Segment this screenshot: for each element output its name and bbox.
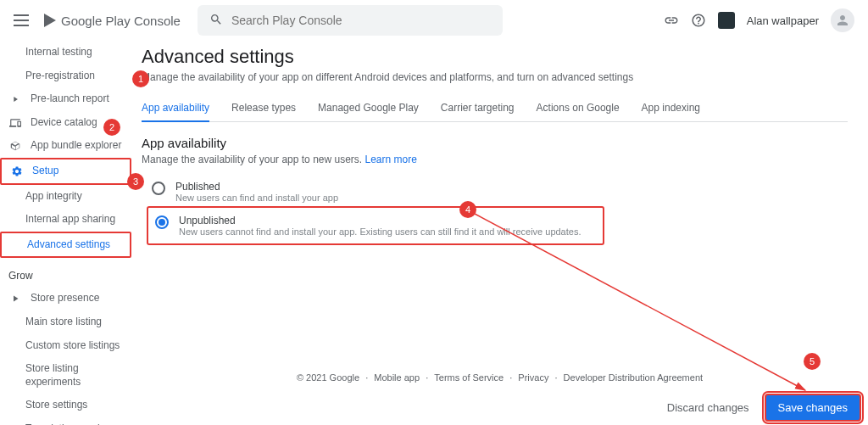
hamburger-icon[interactable] <box>14 10 34 31</box>
learn-more-link[interactable]: Learn more <box>365 154 417 165</box>
play-console-icon <box>44 14 56 27</box>
sidebar-item-advanced-settings[interactable]: Advanced settings <box>0 232 131 259</box>
sidebar-heading-grow: Grow <box>0 258 131 287</box>
radio-icon <box>155 215 169 229</box>
radio-sublabel: New users cannot find and install your a… <box>179 226 581 237</box>
footer-copyright: © 2021 Google <box>297 372 359 383</box>
tab-app-indexing[interactable]: App indexing <box>642 95 700 121</box>
save-button[interactable]: Save changes <box>765 394 861 422</box>
main-content: Advanced settings Manage the availabilit… <box>131 41 868 425</box>
avatar[interactable] <box>831 8 854 32</box>
search-icon <box>209 13 223 29</box>
radio-group: Published New users can find and install… <box>147 177 848 245</box>
footer-link-privacy[interactable]: Privacy <box>518 372 548 383</box>
help-icon[interactable] <box>691 13 706 28</box>
bottom-action-bar: Discard changes Save changes <box>659 394 861 422</box>
sidebar-item-store-settings[interactable]: Store settings <box>0 394 131 417</box>
sidebar-item-pre-registration[interactable]: Pre-registration <box>0 64 131 88</box>
tab-app-availability[interactable]: App availability <box>142 95 209 122</box>
play-icon <box>8 294 22 304</box>
sidebar-item-translation-service[interactable]: Translation service <box>0 417 131 425</box>
radio-label: Published <box>175 181 338 193</box>
tab-release-types[interactable]: Release types <box>231 95 296 121</box>
section-title: App availability <box>142 136 848 150</box>
sidebar: Internal testing Pre-registration Pre-la… <box>0 41 131 425</box>
logo-text: Google Play Console <box>61 14 181 28</box>
tabs: App availability Release types Managed G… <box>142 95 848 122</box>
link-icon[interactable] <box>664 13 679 28</box>
top-right: Alan wallpaper <box>664 8 854 32</box>
tab-actions-on-google[interactable]: Actions on Google <box>537 95 620 121</box>
section-description: Manage the availability of your app to n… <box>142 154 848 165</box>
page-subtitle: Manage the availability of your app on d… <box>142 71 848 83</box>
app-chip-icon[interactable] <box>718 12 735 29</box>
annotation-badge-5: 5 <box>804 353 821 370</box>
annotation-badge-3: 3 <box>127 173 144 190</box>
top-bar: Google Play Console Alan wallpaper <box>0 0 868 41</box>
sidebar-item-pre-launch-report[interactable]: Pre-launch report <box>0 87 131 111</box>
sidebar-item-setup[interactable]: Setup <box>0 158 131 185</box>
sidebar-item-main-store-listing[interactable]: Main store listing <box>0 310 131 334</box>
annotation-badge-1: 1 <box>132 70 149 87</box>
footer-link-dda[interactable]: Developer Distribution Agreement <box>564 372 703 383</box>
radio-unpublished[interactable]: Unpublished New users cannot find and in… <box>147 206 604 245</box>
search-box[interactable] <box>198 5 503 36</box>
sidebar-item-store-listing-experiments[interactable]: Store listing experiments <box>0 357 131 394</box>
logo[interactable]: Google Play Console <box>44 14 181 28</box>
radio-icon <box>152 182 165 195</box>
radio-label: Unpublished <box>179 215 581 226</box>
gear-icon <box>10 165 24 177</box>
search-input[interactable] <box>231 14 491 27</box>
sidebar-item-app-bundle-explorer[interactable]: App bundle explorer <box>0 134 131 158</box>
tab-managed-google-play[interactable]: Managed Google Play <box>318 95 419 121</box>
account-name: Alan wallpaper <box>747 14 819 27</box>
tab-carrier-targeting[interactable]: Carrier targeting <box>441 95 515 121</box>
discard-button[interactable]: Discard changes <box>659 396 758 419</box>
annotation-badge-4: 4 <box>459 201 476 218</box>
radio-published[interactable]: Published New users can find and install… <box>147 177 848 206</box>
devices-icon <box>8 117 22 129</box>
caret-right-icon <box>8 95 22 103</box>
radio-sublabel: New users can find and install your app <box>175 193 338 203</box>
sidebar-item-app-integrity[interactable]: App integrity <box>0 185 131 209</box>
footer-link-mobile[interactable]: Mobile app <box>374 372 420 383</box>
sidebar-item-custom-store-listings[interactable]: Custom store listings <box>0 334 131 358</box>
bundle-icon <box>8 140 22 152</box>
annotation-badge-2: 2 <box>103 119 120 136</box>
footer-link-tos[interactable]: Terms of Service <box>434 372 504 383</box>
footer: © 2021 Google · Mobile app · Terms of Se… <box>131 372 868 383</box>
sidebar-item-internal-testing[interactable]: Internal testing <box>0 41 131 64</box>
sidebar-item-store-presence[interactable]: Store presence <box>0 287 131 310</box>
page-title: Advanced settings <box>142 46 848 68</box>
sidebar-item-internal-app-sharing[interactable]: Internal app sharing <box>0 208 131 232</box>
